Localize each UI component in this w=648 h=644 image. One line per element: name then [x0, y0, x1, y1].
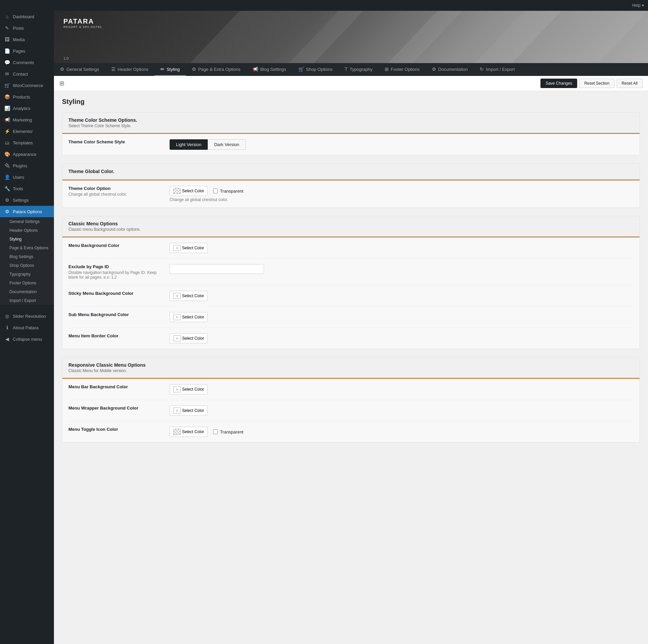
section-theme-color-scheme-header: Theme Color Scheme Options. Select Theme…: [62, 113, 640, 134]
sub-menu-bg-color-picker[interactable]: ✕ Select Color: [170, 312, 208, 322]
sidebar-item-slider-revolution[interactable]: ◎ Slider Revolution: [0, 310, 54, 322]
page-extra-nav-icon: ⚙: [192, 66, 196, 72]
option-control: Select Color Transparent: [170, 427, 634, 437]
sidebar-item-tools[interactable]: 🔧 Tools: [0, 183, 54, 194]
reset-section-button[interactable]: Reset Section: [579, 79, 615, 88]
nav-page-extra[interactable]: ⚙ Page & Extra Options: [186, 63, 246, 76]
option-row-menu-wrapper-bg-color: Menu Wrapper Background Color ✕ Select C…: [68, 400, 634, 421]
submenu-import-export[interactable]: Import / Export: [0, 296, 54, 305]
option-label: Menu Toggle Icon Color: [68, 427, 170, 433]
submenu-typography[interactable]: Typography: [0, 270, 54, 279]
menu-item-border-color-picker[interactable]: ✕ Select Color: [170, 333, 208, 343]
transparent-checkbox[interactable]: [213, 189, 218, 193]
menu-wrapper-bg-color-picker[interactable]: ✕ Select Color: [170, 405, 208, 416]
transparent-checkbox-row: Transparent: [213, 189, 243, 194]
nav-typography[interactable]: T Typography: [338, 63, 379, 76]
nav-styling[interactable]: ✏ Styling: [154, 63, 186, 76]
select-color-label: Select Color: [182, 189, 204, 193]
pages-icon: 📄: [4, 48, 10, 54]
nav-import-export[interactable]: ↻ Import / Export: [474, 63, 521, 76]
submenu-styling[interactable]: Styling: [0, 235, 54, 244]
sidebar-item-media[interactable]: 🖼 Media: [0, 34, 54, 45]
select-color-label: Select Color: [182, 408, 204, 413]
menu-bg-color-picker[interactable]: ✕ Select Color: [170, 243, 208, 253]
menu-toggle-icon-color-picker[interactable]: Select Color: [170, 427, 208, 437]
toolbar-left: ⊞: [59, 80, 64, 87]
nav-blog-settings[interactable]: 📢 Blog Settings: [246, 63, 292, 76]
option-row-theme-color-scheme-style: Theme Color Scheme Style Light Version D…: [68, 134, 634, 155]
option-row-theme-color-option: Theme Color Option Change all global che…: [68, 180, 634, 207]
option-row-sub-menu-bg-color: Sub Menu Background Color ✕ Select Color: [68, 307, 634, 328]
toolbar-right: Save Changes Reset Section Reset All: [540, 79, 643, 88]
media-icon: 🖼: [4, 36, 10, 43]
option-label-title: Menu Wrapper Background Color: [68, 405, 163, 411]
sidebar-item-woocommerce[interactable]: 🛒 WooCommerce: [0, 80, 54, 91]
theme-color-picker-button[interactable]: Select Color: [170, 186, 208, 196]
nav-documentation[interactable]: ⚙ Documentation: [426, 63, 474, 76]
sidebar-item-dashboard[interactable]: ⌂ Dashboard: [0, 11, 54, 22]
sidebar-item-posts[interactable]: ✎ Posts: [0, 22, 54, 34]
sidebar-item-plugins[interactable]: 🔌 Plugins: [0, 160, 54, 171]
dashboard-icon: ⌂: [4, 13, 10, 20]
nav-shop-options[interactable]: 🛒 Shop Options: [292, 63, 339, 76]
submenu-shop-options[interactable]: Shop Options: [0, 261, 54, 270]
submenu-header-options[interactable]: Header Options: [0, 226, 54, 235]
nav-label: Typography: [350, 67, 373, 72]
color-helper-text: Change all global chestnut color.: [170, 197, 634, 202]
nav-label: Documentation: [438, 67, 468, 72]
toggle-dark-version[interactable]: Dark Version: [208, 139, 245, 150]
sidebar-item-comments[interactable]: 💬 Comments: [0, 57, 54, 68]
sidebar-item-settings[interactable]: ⚙ Settings: [0, 194, 54, 206]
help-button[interactable]: Help ▾: [632, 3, 644, 8]
slider-revolution-icon: ◎: [4, 313, 10, 319]
sidebar-item-analytics[interactable]: 📊 Analytics: [0, 103, 54, 114]
submenu-page-extra[interactable]: Page & Extra Options: [0, 244, 54, 252]
submenu-footer-options[interactable]: Footer Options: [0, 279, 54, 287]
nav-label: Footer Options: [391, 67, 420, 72]
plugins-icon: 🔌: [4, 163, 10, 169]
submenu-blog-settings[interactable]: Blog Settings: [0, 252, 54, 261]
exclude-page-id-input[interactable]: [170, 264, 264, 274]
sidebar-item-patara-options[interactable]: ⚙ Patara Options: [0, 206, 54, 217]
sidebar-item-label: Pages: [13, 49, 25, 54]
save-changes-button[interactable]: Save Changes: [540, 79, 577, 88]
option-row-sticky-menu-bg-color: Sticky Menu Background Color ✕ Select Co…: [68, 285, 634, 307]
section-title: Theme Global Color.: [68, 169, 634, 174]
sidebar-item-contact[interactable]: ✉ Contact: [0, 68, 54, 80]
sidebar-item-label: About Patara: [13, 325, 38, 330]
sidebar-item-elementor[interactable]: ⚡ Elementor: [0, 125, 54, 137]
option-control: Select Color Transparent Change all glob…: [170, 186, 634, 202]
submenu-documentation[interactable]: Documentation: [0, 287, 54, 296]
color-swatch: [173, 188, 181, 194]
users-icon: 👤: [4, 174, 10, 180]
section-title: Theme Color Scheme Options.: [68, 117, 634, 123]
toggle-light-version[interactable]: Light Version: [170, 139, 208, 150]
option-control: ✕ Select Color: [170, 243, 634, 253]
menu-bar-bg-color-picker[interactable]: ✕ Select Color: [170, 384, 208, 394]
nav-header-options[interactable]: ☰ Header Options: [105, 63, 154, 76]
sidebar-item-marketing[interactable]: 📢 Marketing: [0, 114, 54, 125]
nav-label: Blog Settings: [260, 67, 286, 72]
sidebar-item-label: Tools: [13, 186, 23, 191]
color-swatch-x: ✕: [173, 293, 181, 299]
sidebar-item-products[interactable]: 📦 Products: [0, 91, 54, 103]
sidebar-item-templates[interactable]: 🗂 Templates: [0, 137, 54, 148]
nav-footer-options[interactable]: ⊞ Footer Options: [379, 63, 426, 76]
submenu-general-settings[interactable]: General Settings: [0, 217, 54, 226]
sidebar-item-appearance[interactable]: 🎨 Appearance: [0, 148, 54, 160]
section-classic-menu: Classic Menu Options Classic menu Backgr…: [62, 216, 640, 349]
sidebar-item-pages[interactable]: 📄 Pages: [0, 45, 54, 57]
sidebar-item-about-patara[interactable]: ℹ About Patara: [0, 322, 54, 333]
sidebar-bottom-menu: ◎ Slider Revolution ℹ About Patara ◀ Col…: [0, 310, 54, 345]
sticky-menu-bg-color-picker[interactable]: ✕ Select Color: [170, 291, 208, 301]
sidebar-menu: ⌂ Dashboard ✎ Posts 🖼 Media 📄 Pages 💬 Co…: [0, 11, 54, 217]
option-label: Menu Item Border Color: [68, 333, 170, 339]
menu-toggle-transparent-checkbox[interactable]: [213, 429, 218, 434]
sidebar-item-users[interactable]: 👤 Users: [0, 171, 54, 183]
sidebar-item-collapse-menu[interactable]: ◀ Collapse menu: [0, 333, 54, 345]
reset-all-button[interactable]: Reset All: [617, 79, 643, 88]
option-label-title: Theme Color Option: [68, 186, 163, 191]
option-row-exclude-page-id: Exclude by Page ID Disable navigation ba…: [68, 259, 634, 285]
nav-general-settings[interactable]: ⚙ General Settings: [54, 63, 105, 76]
woocommerce-icon: 🛒: [4, 82, 10, 88]
